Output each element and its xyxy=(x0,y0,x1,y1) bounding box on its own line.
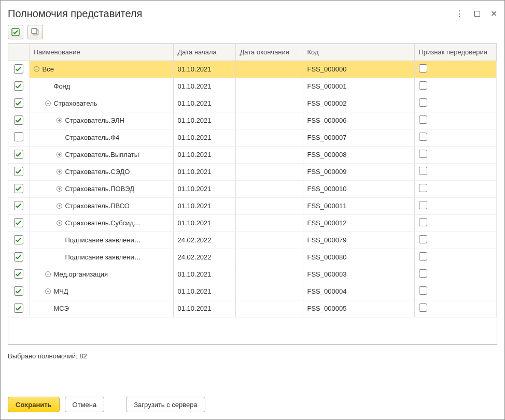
end-date-cell xyxy=(235,197,303,214)
start-date-cell: 01.10.2021 xyxy=(173,283,235,300)
row-checkbox[interactable] xyxy=(14,167,23,176)
redelegation-cell xyxy=(414,112,497,129)
row-checkbox[interactable] xyxy=(14,252,23,262)
redelegation-checkbox[interactable] xyxy=(419,252,427,260)
redelegation-checkbox[interactable] xyxy=(419,201,427,209)
maximize-icon[interactable] xyxy=(474,10,480,18)
cancel-button[interactable]: Отмена xyxy=(65,397,105,412)
end-date-cell xyxy=(235,214,303,231)
end-date-cell xyxy=(235,283,303,300)
col-code[interactable]: Код xyxy=(303,44,414,61)
row-checkbox[interactable] xyxy=(14,286,23,296)
expand-icon[interactable] xyxy=(45,288,51,294)
expand-icon[interactable] xyxy=(57,220,62,226)
table-row[interactable]: Фонд01.10.2021FSS_000001 xyxy=(8,78,497,95)
table-row[interactable]: Страхователь01.10.2021FSS_000002 xyxy=(8,95,497,112)
name-cell: Страхователь.ЭЛН xyxy=(29,112,173,129)
row-checkbox-cell xyxy=(8,197,29,214)
table-row[interactable]: Подписание заявлени…24.02.2022FSS_000079 xyxy=(8,231,497,249)
row-checkbox[interactable] xyxy=(14,303,23,313)
table-row[interactable]: Страхователь.СЭДО01.10.2021FSS_000009 xyxy=(8,163,497,180)
table-row[interactable]: МСЭ01.10.2021FSS_000005 xyxy=(8,300,497,317)
redelegation-checkbox[interactable] xyxy=(419,286,427,295)
row-checkbox[interactable] xyxy=(14,98,23,108)
name-cell: МЧД xyxy=(29,283,173,300)
close-icon[interactable]: ✕ xyxy=(490,10,497,18)
redelegation-checkbox[interactable] xyxy=(419,115,427,124)
start-date-cell: 01.10.2021 xyxy=(173,146,235,163)
col-name[interactable]: Наименование xyxy=(29,44,173,61)
expand-icon[interactable] xyxy=(57,203,62,209)
col-end[interactable]: Дата окончания xyxy=(235,44,303,61)
row-checkbox-cell xyxy=(8,249,29,266)
expand-icon[interactable] xyxy=(57,169,62,175)
load-from-server-button[interactable]: Загрузить с сервера xyxy=(126,397,205,412)
table-row[interactable]: Мед.организация01.10.2021FSS_000003 xyxy=(8,266,497,283)
start-date-cell: 01.10.2021 xyxy=(173,300,235,317)
name-cell: Все xyxy=(29,61,173,78)
expand-icon[interactable] xyxy=(45,271,51,277)
table-row[interactable]: МЧД01.10.2021FSS_000004 xyxy=(8,283,497,300)
redelegation-checkbox[interactable] xyxy=(419,98,427,107)
row-checkbox[interactable] xyxy=(14,81,23,91)
table-header-row: Наименование Дата начала Дата окончания … xyxy=(8,44,497,61)
uncheck-all-button[interactable] xyxy=(27,25,43,39)
expand-icon[interactable] xyxy=(57,118,62,123)
row-checkbox-cell xyxy=(8,95,29,112)
row-checkbox[interactable] xyxy=(14,115,23,125)
redelegation-checkbox[interactable] xyxy=(419,218,427,226)
expand-icon[interactable] xyxy=(57,186,62,192)
row-checkbox-cell xyxy=(8,214,29,231)
redelegation-checkbox[interactable] xyxy=(419,269,427,278)
row-checkbox-cell xyxy=(8,163,29,180)
start-date-cell: 24.02.2022 xyxy=(173,231,235,249)
collapse-icon[interactable] xyxy=(45,100,51,106)
code-cell: FSS_000005 xyxy=(303,300,414,317)
dialog-window: Полномочия представителя ⋮ ✕ Наименовани… xyxy=(0,0,505,420)
row-checkbox[interactable] xyxy=(14,269,23,279)
redelegation-checkbox[interactable] xyxy=(419,167,427,175)
table-row[interactable]: Страхователь.Выплаты01.10.2021FSS_000008 xyxy=(8,146,497,163)
redelegation-checkbox[interactable] xyxy=(419,81,427,90)
code-cell: FSS_000001 xyxy=(303,78,414,95)
redelegation-checkbox[interactable] xyxy=(419,64,427,73)
check-all-button[interactable] xyxy=(8,25,23,39)
table-row[interactable]: Страхователь.Ф401.10.2021FSS_000007 xyxy=(8,129,497,146)
row-checkbox[interactable] xyxy=(14,150,23,159)
redelegation-cell xyxy=(414,214,497,231)
redelegation-cell xyxy=(414,197,497,214)
redelegation-checkbox[interactable] xyxy=(419,235,427,243)
table-row[interactable]: Все01.10.2021FSS_000000 xyxy=(8,61,497,78)
redelegation-checkbox[interactable] xyxy=(419,133,427,141)
name-cell: Подписание заявлени… xyxy=(29,249,173,266)
redelegation-checkbox[interactable] xyxy=(419,303,427,312)
collapse-icon[interactable] xyxy=(34,66,39,72)
table-row[interactable]: Страхователь.Субсид…01.10.2021FSS_000012 xyxy=(8,214,497,231)
row-name: Все xyxy=(43,65,54,73)
row-checkbox[interactable] xyxy=(14,218,23,227)
row-checkbox[interactable] xyxy=(14,184,23,193)
table-row[interactable]: Подписание заявлени…24.02.2022FSS_000080 xyxy=(8,249,497,266)
more-icon[interactable]: ⋮ xyxy=(455,10,464,18)
row-checkbox-cell xyxy=(8,112,29,129)
col-redel[interactable]: Признак передоверия xyxy=(414,44,497,61)
table-row[interactable]: Страхователь.ПВСО01.10.2021FSS_000011 xyxy=(8,197,497,214)
redelegation-cell xyxy=(414,129,497,146)
table-row[interactable]: Страхователь.ЭЛН01.10.2021FSS_000006 xyxy=(8,112,497,129)
redelegation-checkbox[interactable] xyxy=(419,150,427,158)
row-checkbox[interactable] xyxy=(14,201,23,210)
table-row[interactable]: Страхователь.ПОВЭД01.10.2021FSS_000010 xyxy=(8,180,497,197)
col-start[interactable]: Дата начала xyxy=(173,44,235,61)
row-checkbox[interactable] xyxy=(14,132,23,141)
redelegation-cell xyxy=(414,146,497,163)
row-checkbox[interactable] xyxy=(14,64,23,74)
start-date-cell: 01.10.2021 xyxy=(173,78,235,95)
redelegation-checkbox[interactable] xyxy=(419,184,427,192)
row-checkbox[interactable] xyxy=(14,235,23,244)
save-button[interactable]: Сохранить xyxy=(8,397,60,412)
row-name: Подписание заявлени… xyxy=(65,236,141,244)
name-cell: Страхователь xyxy=(29,95,173,112)
expand-icon[interactable] xyxy=(57,152,62,157)
check-all-icon xyxy=(11,28,20,36)
start-date-cell: 01.10.2021 xyxy=(173,197,235,214)
